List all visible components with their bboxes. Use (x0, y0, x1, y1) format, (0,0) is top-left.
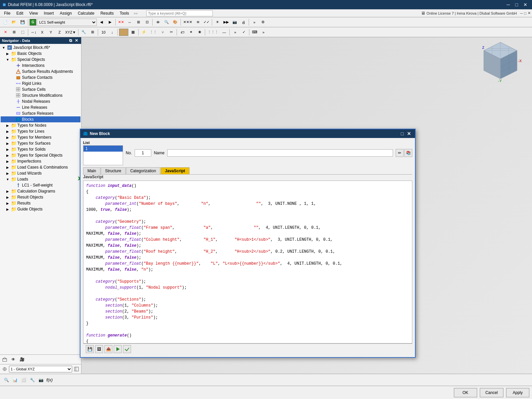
tab-main[interactable]: Main (83, 167, 100, 174)
tb2-pattern[interactable]: ▦ (129, 28, 137, 36)
edit-icon-btn[interactable]: ✏ (396, 149, 404, 157)
tree-loadwizards[interactable]: ▶ 📁 Load Wizards (1, 170, 80, 176)
tb2-end[interactable]: » (259, 28, 267, 36)
tree-resultobj[interactable]: ▶ 📁 Result Objects (1, 194, 80, 200)
menu-edit[interactable]: Edit (14, 10, 26, 16)
loads-arrow[interactable]: ▼ (5, 178, 10, 181)
tree-blocks[interactable]: Blocks (1, 116, 80, 122)
nav-coord-icon[interactable] (1, 365, 8, 373)
tb2-x[interactable]: X (38, 28, 46, 36)
calcdiag-arrow[interactable]: ▶ (5, 190, 10, 193)
tab-categorization[interactable]: Categorization (126, 167, 160, 174)
tree-typessolids[interactable]: ▶ 📁 Types for Solids (1, 146, 80, 152)
tb2-cube[interactable]: ⊞ (10, 28, 18, 36)
tb2-surf[interactable]: ⬚ (19, 28, 27, 36)
special-arrow[interactable]: ▼ (5, 58, 10, 62)
tb-move[interactable]: ↔ (126, 18, 134, 26)
tree-typeslines[interactable]: ▶ 📁 Types for Lines (1, 128, 80, 134)
tb2-arrow[interactable]: ↓ (108, 28, 116, 36)
tb2-snap[interactable]: 🔧 (80, 28, 88, 36)
tree-calcdiag[interactable]: ▶ 📁 Calculation Diagrams (1, 188, 80, 194)
tb2-arrows[interactable]: ↔↕ (30, 28, 38, 36)
status-window[interactable]: ⬜ (20, 376, 27, 384)
tb-cross-red[interactable]: ✕✕ (117, 18, 125, 26)
dialog-close[interactable]: ✕ (406, 131, 412, 136)
status-search[interactable]: 🔍 (3, 376, 10, 384)
tb-3d[interactable]: ⊞ (134, 18, 142, 26)
typesnodes-arrow[interactable]: ▶ (5, 124, 10, 127)
tb2-flower[interactable]: ❀ (196, 28, 203, 36)
tb2-dash[interactable]: — (220, 28, 228, 36)
tree-guideobj[interactable]: ▶ 📁 Guide Objects (1, 206, 80, 212)
license-minimize[interactable]: ─ (520, 11, 523, 15)
tree-typesspecial[interactable]: ▶ 📁 Types for Special Objects (1, 152, 80, 158)
maximize-btn[interactable]: □ (513, 1, 520, 8)
tb2-lightning[interactable]: ⚡ (140, 28, 148, 36)
tree-linerel[interactable]: Line Releases (1, 104, 80, 110)
minimize-btn[interactable]: ─ (505, 1, 512, 8)
tree-typesmembers[interactable]: ▶ 📁 Types for Members (1, 134, 80, 140)
tb-light[interactable]: ☀ (213, 18, 221, 26)
dbt-export[interactable]: 📤 (104, 345, 112, 353)
status-camera[interactable]: 📷 (37, 376, 45, 384)
dbt-image[interactable]: 🖼 (95, 345, 103, 353)
tb-print[interactable]: 🖨 (239, 18, 247, 26)
nav-coord-btn[interactable] (73, 365, 80, 373)
tb-next[interactable]: ▶ (106, 18, 114, 26)
tb-num1[interactable]: ✕✕✕ (182, 18, 193, 26)
tb-deform[interactable]: ≋ (194, 18, 202, 26)
menu-view[interactable]: View (27, 10, 41, 16)
license-close[interactable]: ✕ (528, 11, 531, 15)
dbt-save[interactable]: 💾 (86, 345, 94, 353)
tree-sra[interactable]: Surface Results Adjustments (1, 68, 80, 74)
tb2-y[interactable]: Y (47, 28, 55, 36)
tb2-color1[interactable] (119, 29, 128, 36)
coord-select[interactable]: 1 - Global XYZ (9, 366, 72, 372)
tree-results[interactable]: ▶ 📁 Results (1, 200, 80, 206)
tb2-num10[interactable]: 10 (99, 28, 107, 36)
tree-loadcases[interactable]: ▶ 📁 Load Cases & Combinations (1, 164, 80, 170)
menu-tools[interactable]: Tools (117, 10, 132, 16)
nav-close[interactable]: ✕ (74, 38, 79, 43)
guideobj-arrow[interactable]: ▶ (5, 207, 10, 211)
tb-video[interactable]: ▶▶ (222, 18, 230, 26)
nav-btn-model[interactable] (1, 356, 8, 363)
tree-rl[interactable]: Rigid Links (1, 80, 80, 86)
tree-surfcells[interactable]: Surface Cells (1, 86, 80, 92)
tree-special[interactable]: ▼ 📁 Special Objects (1, 57, 80, 63)
tb2-star[interactable]: ✶ (187, 28, 195, 36)
name-input[interactable] (167, 149, 393, 157)
menu-assign[interactable]: Assign (57, 10, 74, 16)
close-btn[interactable]: ✕ (521, 1, 529, 8)
dbt-check[interactable] (123, 345, 131, 353)
cancel-button[interactable]: Cancel (480, 388, 503, 397)
typeslines-arrow[interactable]: ▶ (5, 130, 10, 133)
tab-structure[interactable]: Structure (101, 167, 126, 174)
results-arrow[interactable]: ▶ (5, 201, 10, 205)
menu-calculate[interactable]: Calculate (75, 10, 97, 16)
tb-settings[interactable]: ⚙ (259, 18, 267, 26)
tb2-check[interactable]: ✓ (240, 28, 248, 36)
tree-root[interactable]: ▼ rf JavaScript Block.rf6* (1, 45, 80, 51)
apply-button[interactable]: Apply (506, 388, 529, 397)
tree-basic[interactable]: ▶ 📁 Basic Objects (1, 51, 80, 57)
tb-zoom[interactable]: 🔍 (163, 18, 171, 26)
tb-view1[interactable]: ⊡ (143, 18, 151, 26)
tree-loads[interactable]: ▼ 📁 Loads (1, 176, 80, 182)
tb-more1[interactable]: » (250, 18, 258, 26)
tb2-z[interactable]: Z (56, 28, 64, 36)
menu-results[interactable]: Results (98, 10, 116, 16)
tb2-grid[interactable]: ⊞ (88, 28, 96, 36)
tb-new[interactable]: 📄 (1, 18, 9, 26)
tb2-multi[interactable]: ⋮⋮ (149, 28, 158, 36)
tb2-num[interactable]: ⌨ (251, 28, 259, 36)
basic-arrow[interactable]: ▶ (5, 52, 10, 56)
tb-eye[interactable]: 👁 (154, 18, 162, 26)
typesmembers-arrow[interactable]: ▶ (5, 136, 10, 139)
tb-check[interactable]: ✓✓ (202, 18, 210, 26)
typessolids-arrow[interactable]: ▶ (5, 148, 10, 151)
tree-surfrel[interactable]: Surface Releases (1, 110, 80, 116)
status-table[interactable]: 📊 (11, 376, 19, 384)
tree-typesnodes[interactable]: ▶ 📁 Types for Nodes (1, 122, 80, 128)
list-box[interactable]: 1 (83, 145, 123, 165)
